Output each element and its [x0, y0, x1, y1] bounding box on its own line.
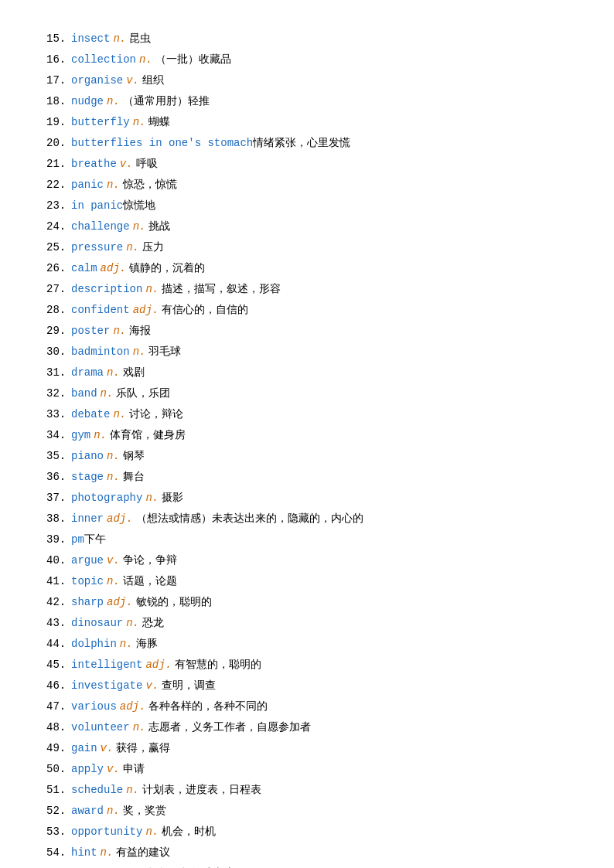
- item-number: 34.: [46, 427, 71, 444]
- list-item: 23.in panic 惊慌地: [46, 198, 568, 214]
- item-word: description: [71, 281, 142, 298]
- item-word: drama: [71, 365, 104, 381]
- item-meaning: 惊恐，惊慌: [123, 177, 177, 193]
- item-word: poster: [71, 323, 110, 339]
- item-meaning: 情绪紧张，心里发慌: [253, 135, 350, 151]
- list-item: 26.calmadj.镇静的，沉着的: [46, 260, 568, 277]
- item-number: 47.: [46, 699, 71, 715]
- item-meaning: 话题，论题: [123, 574, 177, 590]
- item-pos: n.: [94, 427, 107, 444]
- list-item: 49.gainv.获得，赢得: [46, 740, 568, 757]
- item-meaning: 昆虫: [129, 31, 151, 47]
- list-item: 53.opportunityn.机会，时机: [46, 824, 568, 840]
- item-number: 36.: [46, 469, 71, 485]
- list-item: 51.schedulen.计划表，进度表，日程表: [46, 782, 568, 798]
- item-meaning: 敏锐的，聪明的: [136, 594, 212, 611]
- item-number: 46.: [46, 678, 71, 694]
- list-item: 34.gymn.体育馆，健身房: [46, 427, 568, 444]
- item-number: 50.: [46, 761, 71, 778]
- item-word: stage: [71, 469, 104, 485]
- list-item: 30.badmintonn.羽毛球: [46, 344, 568, 360]
- item-number: 32.: [46, 386, 71, 402]
- item-pos: adj.: [101, 260, 127, 277]
- item-meaning: 压力: [142, 240, 164, 256]
- item-number: 52.: [46, 803, 71, 819]
- list-item: 18.nudgen.（通常用肘）轻推: [46, 94, 568, 110]
- list-item: 43.dinosaurn.恐龙: [46, 615, 568, 631]
- list-item: 25.pressuren.压力: [46, 240, 568, 256]
- item-meaning: 呼吸: [136, 156, 158, 172]
- item-meaning: 羽毛球: [148, 344, 181, 360]
- item-number: 43.: [46, 615, 71, 631]
- item-pos: n.: [145, 490, 159, 506]
- list-item: 33.debaten.讨论，辩论: [46, 407, 568, 423]
- list-item: 40.arguev.争论，争辩: [46, 553, 568, 569]
- item-number: 18.: [46, 94, 71, 110]
- item-meaning: 获得，赢得: [116, 740, 170, 757]
- item-number: 25.: [46, 240, 71, 256]
- item-pos: v.: [120, 156, 133, 172]
- item-number: 42.: [46, 594, 71, 611]
- list-item: 44.dolphinn.海豚: [46, 636, 568, 652]
- item-word: schedule: [71, 782, 123, 798]
- item-word: piano: [71, 448, 104, 465]
- item-word: apply: [71, 761, 104, 778]
- list-item: 46.investigatev.查明，调查: [46, 678, 568, 694]
- list-item: 20.butterflies in one's stomach 情绪紧张，心里发…: [46, 135, 568, 151]
- item-word: challenge: [71, 219, 130, 235]
- item-meaning: 海豚: [136, 636, 158, 652]
- item-meaning: 摄影: [162, 490, 183, 506]
- item-number: 35.: [46, 448, 71, 465]
- item-pos: adj.: [120, 699, 146, 715]
- item-meaning: 钢琴: [123, 448, 145, 465]
- list-item: 19.butterflyn.蝴蝶: [46, 114, 568, 131]
- list-item: 48.volunteern.志愿者，义务工作者，自愿参加者: [46, 720, 568, 736]
- item-number: 29.: [46, 323, 71, 339]
- item-word: photography: [71, 490, 142, 506]
- item-word: breathe: [71, 156, 117, 172]
- item-meaning: 恐龙: [142, 615, 164, 631]
- item-meaning: 戏剧: [123, 365, 145, 381]
- item-pos: n.: [113, 407, 126, 423]
- item-meaning: 计划表，进度表，日程表: [142, 782, 261, 798]
- item-word: sharp: [71, 594, 104, 611]
- item-word: in panic: [71, 198, 123, 214]
- item-pos: n.: [107, 803, 120, 819]
- item-number: 24.: [46, 219, 71, 235]
- item-number: 22.: [46, 177, 71, 193]
- item-number: 37.: [46, 490, 71, 506]
- list-item: 38.inneradj.（想法或情感）未表达出来的，隐藏的，内心的: [46, 511, 568, 527]
- item-pos: n.: [101, 386, 114, 402]
- item-number: 21.: [46, 156, 71, 172]
- item-word: confident: [71, 302, 130, 318]
- item-pos: n.: [107, 469, 120, 485]
- item-pos: n.: [126, 240, 139, 256]
- item-word: band: [71, 386, 97, 402]
- item-meaning: 申请: [123, 761, 145, 778]
- item-word: inner: [71, 511, 104, 527]
- list-item: 28.confidentadj.有信心的，自信的: [46, 302, 568, 318]
- item-meaning: 镇静的，沉着的: [129, 260, 205, 277]
- item-pos: n.: [133, 114, 146, 131]
- vocabulary-list: 15.insectn.昆虫16.collectionn.（一批）收藏品17.or…: [46, 31, 568, 868]
- item-word: nudge: [71, 94, 104, 110]
- item-word: various: [71, 699, 117, 715]
- item-word: dinosaur: [71, 615, 123, 631]
- list-item: 32.bandn.乐队，乐团: [46, 386, 568, 402]
- item-number: 19.: [46, 114, 71, 131]
- item-meaning: 惊慌地: [123, 198, 155, 214]
- list-item: 29.postern.海报: [46, 323, 568, 339]
- item-word: calm: [71, 260, 97, 277]
- item-number: 51.: [46, 782, 71, 798]
- item-pos: v.: [101, 740, 114, 757]
- list-item: 50.applyv.申请: [46, 761, 568, 778]
- item-word: opportunity: [71, 824, 142, 840]
- item-meaning: 机会，时机: [162, 824, 216, 840]
- item-meaning: （一批）收藏品: [155, 52, 231, 68]
- list-item: 39.pm 下午: [46, 532, 568, 548]
- item-meaning: 描述，描写，叙述，形容: [162, 281, 281, 298]
- list-item: 47.variousadj.各种各样的，各种不同的: [46, 699, 568, 715]
- item-meaning: 挑战: [148, 219, 170, 235]
- item-pos: n.: [107, 177, 120, 193]
- item-number: 45.: [46, 657, 71, 673]
